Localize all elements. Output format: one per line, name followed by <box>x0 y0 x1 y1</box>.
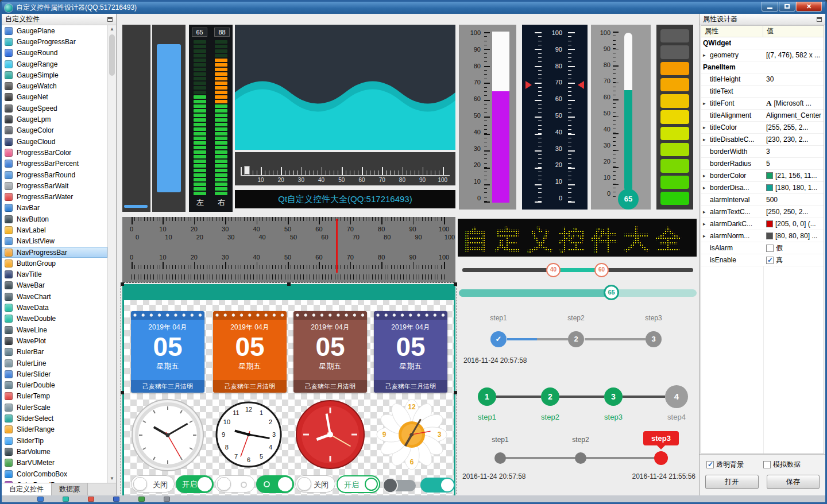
sidebar-item-GaugeNet[interactable]: GaugeNet <box>2 92 107 103</box>
sidebar-item-NavBar[interactable]: NavBar <box>2 203 107 214</box>
ruler-pointer[interactable] <box>336 219 338 273</box>
maximize-button[interactable] <box>779 2 795 11</box>
taskbar-app-icon[interactable] <box>138 497 145 502</box>
checkbox[interactable] <box>766 245 774 252</box>
toolbox-scrollbar[interactable]: ▲ ▼ <box>107 25 116 483</box>
calendar-widget[interactable]: 2019年 04月05星期五己亥猪年三月清明 <box>293 311 367 393</box>
wave-water-widget[interactable] <box>235 25 455 150</box>
taskbar-app-icon[interactable] <box>164 497 170 502</box>
sidebar-item-ProgressBarWait[interactable]: ProgressBarWait <box>2 180 107 191</box>
sidebar-item-ProgressBarColor[interactable]: ProgressBarColor <box>2 147 107 158</box>
transparent-bg-checkbox[interactable]: 透明背景 <box>706 460 744 470</box>
expand-arrow-icon[interactable]: ▸ <box>703 137 708 142</box>
tip-handle[interactable]: 65 <box>604 285 619 300</box>
taskbar-app-icon[interactable] <box>37 497 44 502</box>
selection-handle[interactable] <box>287 282 291 286</box>
vertical-progress-widget[interactable] <box>152 25 186 212</box>
sidebar-item-WaveData[interactable]: WaveData <box>2 302 107 313</box>
selection-handle[interactable] <box>121 391 124 394</box>
dark-panel-widget[interactable] <box>122 25 150 212</box>
toggle-switch-on-outline[interactable]: 开启 <box>337 475 380 493</box>
property-row-QWidget[interactable]: QWidget <box>701 37 824 49</box>
sidebar-item-WavePlot[interactable]: WavePlot <box>2 335 107 346</box>
purple-level-meter-widget[interactable]: 1009080706050403020100 <box>459 25 516 210</box>
expand-arrow-icon[interactable]: ▸ <box>703 100 708 106</box>
sidebar-item-WaveLine[interactable]: WaveLine <box>2 324 107 335</box>
calendar-widget[interactable]: 2019年 04月05星期五己亥猪年三月清明 <box>213 311 287 393</box>
step-progress-widget-b[interactable]: 1 2 3 4 step1 step2 step3 step4 <box>461 381 697 427</box>
close-button[interactable]: ✕ <box>796 2 822 11</box>
property-row-titleText[interactable]: titleText <box>701 86 824 98</box>
property-row-isEnable[interactable]: isEnable真 <box>701 254 824 266</box>
range-low-handle[interactable]: 40 <box>546 263 561 277</box>
sidebar-item-NavLabel[interactable]: NavLabel <box>2 224 107 235</box>
property-row-titleColor[interactable]: ▸titleColor[255, 255, 2... <box>701 122 824 134</box>
range-high-handle[interactable]: 60 <box>594 263 609 277</box>
property-row-isAlarm[interactable]: isAlarm假 <box>701 242 824 254</box>
sidebar-item-GaugeRound[interactable]: GaugeRound <box>2 48 107 59</box>
sidebar-item-ProgressBarPercent[interactable]: ProgressBarPercent <box>2 158 107 169</box>
sidebar-item-GaugeProgressBar[interactable]: GaugeProgressBar <box>2 36 107 47</box>
led-matrix-widget[interactable]: 自定义控件大全 <box>458 219 697 257</box>
expand-arrow-icon[interactable]: ▸ <box>703 185 708 191</box>
property-row-titleHeight[interactable]: titleHeight30 <box>701 73 824 86</box>
range-slider-widget[interactable]: 40 60 <box>459 261 697 278</box>
minimize-button[interactable] <box>762 2 778 11</box>
expand-arrow-icon[interactable]: ▸ <box>703 52 708 58</box>
slider-handle[interactable] <box>244 166 250 175</box>
property-row-alarmInterval[interactable]: alarmInterval500 <box>701 194 824 206</box>
sidebar-item-SliderTip[interactable]: SliderTip <box>2 435 107 446</box>
thermometer-widget[interactable]: 1009080706050403020100 65 <box>591 25 651 210</box>
dock-float-icon[interactable] <box>107 17 113 22</box>
step-progress-widget-a[interactable]: step1 step2 step3 ✓ 2 3 2016-11-24 20:57… <box>461 312 697 367</box>
title-bar[interactable]: 自定义控件属性设计器(QQ:517216493) ✕ <box>2 2 825 14</box>
analog-clock-red[interactable] <box>295 400 365 470</box>
checkbox[interactable] <box>706 461 714 468</box>
save-button[interactable]: 保存 <box>767 475 820 489</box>
selection-handle[interactable] <box>454 282 457 286</box>
sidebar-item-ProgressBarRound[interactable]: ProgressBarRound <box>2 169 107 180</box>
sidebar-item-RulerTemp[interactable]: RulerTemp <box>2 391 107 402</box>
expand-arrow-icon[interactable]: ▸ <box>703 233 708 239</box>
expand-arrow-icon[interactable]: ▸ <box>703 209 708 215</box>
sidebar-item-SliderRange[interactable]: SliderRange <box>2 424 107 435</box>
open-button[interactable]: 打开 <box>705 475 759 489</box>
double-ruler-widget[interactable]: 0102030405060708090100 01020304050607080… <box>122 217 455 282</box>
toggle-switch-knob-off[interactable] <box>384 480 416 491</box>
ruler-slider-widget[interactable]: 102030405060708090100 <box>235 152 455 185</box>
property-row-titleFont[interactable]: ▸titleFontA[Microsoft ... <box>701 98 824 110</box>
sidebar-item-BarVolume[interactable]: BarVolume <box>2 446 107 457</box>
expand-arrow-icon[interactable]: ▸ <box>703 221 708 227</box>
simulate-data-checkbox[interactable]: 模拟数据 <box>763 460 801 470</box>
scrollbar-thumb[interactable] <box>109 34 115 76</box>
property-row-alarmNorm...[interactable]: ▸alarmNorm...[80, 80, 80] ... <box>701 230 824 242</box>
sidebar-item-RulerScale[interactable]: RulerScale <box>2 402 107 413</box>
taskbar-app-icon[interactable] <box>88 497 94 502</box>
sidebar-item-GaugeRange[interactable]: GaugeRange <box>2 59 107 69</box>
property-row-alarmDarkC...[interactable]: ▸alarmDarkC...[205, 0, 0] (... <box>701 218 824 230</box>
property-row-PanelItem[interactable]: PanelItem <box>701 61 824 73</box>
sidebar-item-BarVUMeter[interactable]: BarVUMeter <box>2 458 107 468</box>
led-volume-widget[interactable] <box>656 25 693 210</box>
toggle-switch-on-circle[interactable] <box>256 475 294 493</box>
toggle-switch-off-text2[interactable]: 关闭 <box>295 475 335 493</box>
sidebar-item-NavButton[interactable]: NavButton <box>2 214 107 224</box>
toggle-switch-knob-on[interactable] <box>420 478 455 493</box>
property-row-alarmTextC...[interactable]: ▸alarmTextC...[250, 250, 2... <box>701 206 824 218</box>
selection-handle[interactable] <box>454 391 457 394</box>
scroll-up-icon[interactable]: ▲ <box>108 25 116 33</box>
toggle-switch-on-text[interactable]: 开启 <box>176 475 214 493</box>
sidebar-tab-自定义控件[interactable]: 自定义控件 <box>2 483 52 495</box>
taskbar-app-icon[interactable] <box>63 497 69 502</box>
property-row-titleAlignment[interactable]: titleAlignmentAlignment_Center <box>701 110 824 122</box>
sidebar-item-ColorComboBox[interactable]: ColorComboBox <box>2 468 107 479</box>
sidebar-item-GaugeWatch[interactable]: GaugeWatch <box>2 80 107 91</box>
property-row-borderWidth[interactable]: borderWidth3 <box>701 146 824 158</box>
analog-clock-silver[interactable] <box>131 398 204 472</box>
sidebar-item-NavTitle[interactable]: NavTitle <box>2 269 107 280</box>
toggle-switch-off-text[interactable]: 关闭 <box>131 475 175 493</box>
scroll-down-icon[interactable]: ▼ <box>108 475 116 483</box>
sidebar-item-GaugePlane[interactable]: GaugePlane <box>2 25 107 36</box>
sidebar-item-RulerDouble[interactable]: RulerDouble <box>2 380 107 391</box>
sidebar-item-GaugeColor[interactable]: GaugeColor <box>2 125 107 136</box>
